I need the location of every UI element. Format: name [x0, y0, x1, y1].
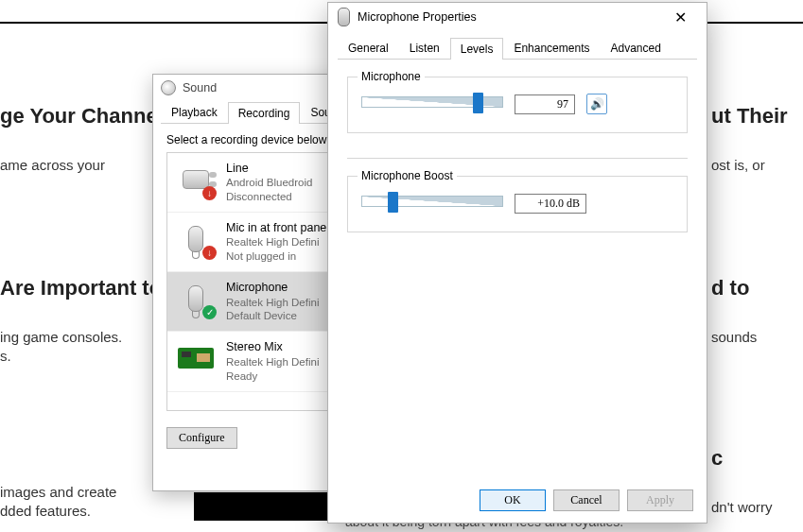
device-name: Line [226, 161, 312, 176]
article-p2b: s. [0, 348, 11, 364]
device-sub2: Disconnected [226, 190, 312, 204]
mp-tabs: General Listen Levels Enhancements Advan… [338, 37, 697, 60]
device-sub2: Not plugged in [226, 249, 326, 264]
mp-titlebar[interactable]: Microphone Properties ✕ [328, 3, 707, 31]
article-r-p2: sounds [711, 329, 757, 345]
cancel-button[interactable]: Cancel [553, 489, 620, 511]
apply-button[interactable]: Apply [627, 489, 693, 511]
speaker-icon[interactable]: 🔊 [586, 94, 607, 114]
boost-group-label: Microphone Boost [358, 169, 457, 182]
tab-levels[interactable]: Levels [450, 38, 504, 60]
article-h2: Are Important to [0, 276, 162, 300]
microphone-icon [338, 8, 350, 26]
article-p2a: ing game consoles. [0, 329, 122, 345]
article-r-p3: dn't worry [711, 499, 773, 515]
microphone-boost-slider[interactable] [361, 192, 503, 215]
article-r-p1: ost is, or [711, 157, 765, 173]
mp-title-text: Microphone Properties [358, 10, 477, 24]
tab-general[interactable]: General [338, 37, 399, 59]
device-sub1: Realtek High Defini [226, 296, 319, 310]
microphone-level-value[interactable] [515, 94, 575, 114]
line-jack-icon: ↓ [177, 161, 215, 198]
check-icon: ✓ [202, 305, 217, 319]
sound-title-text: Sound [183, 81, 217, 94]
ok-button[interactable]: OK [480, 489, 546, 511]
microphone-group-label: Microphone [358, 70, 425, 83]
microphone-level-group: Microphone 🔊 [347, 77, 688, 133]
configure-button[interactable]: Configure [166, 427, 237, 449]
microphone-icon: ✓ [177, 280, 215, 317]
tab-advanced[interactable]: Advanced [600, 37, 671, 59]
device-sub2: Default Device [226, 309, 319, 323]
article-h1: ge Your Channel [0, 104, 164, 129]
close-icon[interactable]: ✕ [663, 9, 697, 26]
device-name: Mic in at front pane [226, 220, 326, 235]
device-sub1: Realtek High Defini [226, 355, 319, 369]
device-name: Microphone [226, 280, 319, 295]
microphone-icon: ↓ [177, 220, 215, 258]
tab-playback[interactable]: Playback [161, 101, 228, 123]
microphone-boost-group: Microphone Boost [347, 176, 688, 232]
slider-thumb[interactable] [473, 93, 483, 113]
article-p3b: dded features. [0, 503, 91, 519]
device-sub2: Ready [226, 369, 319, 384]
article-r-h3: c [711, 446, 723, 471]
down-arrow-icon: ↓ [202, 246, 217, 260]
microphone-boost-value[interactable] [515, 194, 586, 214]
separator [347, 158, 688, 159]
tab-enhancements[interactable]: Enhancements [503, 37, 600, 59]
article-r-h2: d to [711, 276, 749, 300]
tab-listen[interactable]: Listen [399, 37, 450, 59]
article-p1: ame across your [0, 157, 105, 173]
device-name: Stereo Mix [226, 339, 319, 354]
tab-recording[interactable]: Recording [228, 102, 301, 124]
soundboard-icon [177, 339, 215, 377]
sound-icon [161, 80, 176, 95]
down-arrow-icon: ↓ [202, 186, 217, 200]
article-r-h1: ut Their [711, 104, 788, 129]
device-sub1: Android Bluedroid [226, 176, 312, 190]
microphone-properties-window: Microphone Properties ✕ General Listen L… [327, 2, 707, 523]
article-p3a: images and create [0, 484, 116, 500]
device-sub1: Realtek High Defini [226, 235, 326, 249]
microphone-level-slider[interactable] [361, 93, 503, 115]
slider-thumb[interactable] [388, 192, 398, 213]
